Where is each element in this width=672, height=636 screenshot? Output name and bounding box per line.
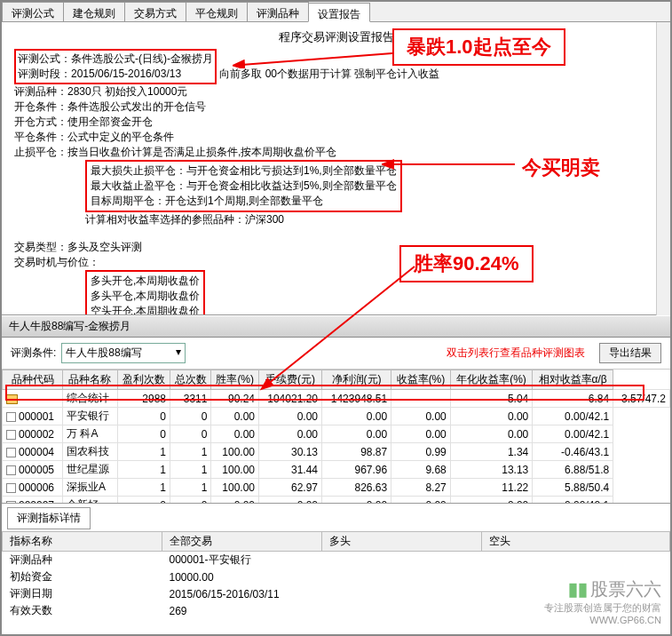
logo-icon: ▮▮ [568,578,588,600]
report-scrollbar[interactable] [656,22,670,315]
tab-report[interactable]: 设置报告 [308,3,370,22]
filter-select[interactable]: 牛人牛股88编写 ▾ [61,343,186,363]
tab-trade-type[interactable]: 交易方式 [124,2,186,21]
col-header[interactable]: 收益率(%) [391,370,451,390]
highlight-formula-range: 评测公式：条件选股公式-(日线)-金猴捞月 评测时段：2015/06/15-20… [14,49,217,84]
col-header[interactable]: 年化收益率(%) [450,370,533,390]
detail-row: 评测品种000001-平安银行 [3,552,670,569]
tab-open-rules[interactable]: 建仓规则 [63,2,125,21]
col-header[interactable]: 总次数 [170,370,210,390]
report-open-type: 开仓方式：使用全部资金开仓 [14,115,658,130]
report-panel: 程序交易评测设置报告 评测公式：条件选股公式-(日线)-金猴捞月 评测时段：20… [2,22,670,315]
col-header[interactable]: 品种名称 [63,370,118,390]
col-header[interactable]: 相对收益率α/β [533,370,613,390]
table-hint: 双击列表行查看品种评测图表 [447,346,585,361]
table-row[interactable]: ------综合统计2988331190.24104021.201423948.… [3,390,670,408]
table-row[interactable]: 000005世纪星源11100.0031.44967.969.6813.136.… [3,461,670,479]
table-row[interactable]: 000001平安银行000.000.000.000.000.000.00/42.… [3,408,670,425]
top-tabs: 评测公式 建仓规则 交易方式 平仓规则 评测品种 设置报告 [2,2,670,22]
report-stoploss: 止损平仓：按当日收盘价计算是否满足止损条件,按本周期收盘价平仓 [14,145,658,160]
tab-products[interactable]: 评测品种 [247,2,309,21]
col-header[interactable]: 盈利次数 [117,370,170,390]
filter-label: 评测条件: [11,346,56,361]
detail-tab[interactable]: 评测指标详情 [7,507,91,529]
table-row[interactable]: 000006深振业A11100.0062.97826.638.2711.225.… [3,479,670,497]
col-header[interactable]: 品种代码 [3,370,63,390]
watermark: ▮▮ 股票六六 专注股票创造属于您的财富 WWW.GP66.CN [544,577,661,625]
results-table[interactable]: 品种代码品种名称盈利次数总次数胜率(%)手续费(元)净利润(元)收益率(%)年化… [2,370,670,503]
highlight-timing: 多头开仓,本周期收盘价 多头平仓,本周期收盘价 空头开仓,本周期收盘价 空头平仓… [85,270,205,315]
highlight-stop-rules: 最大损失止损平仓：与开仓资金相比亏损达到1%,则全部数量平仓 最大收益止盈平仓：… [85,160,402,212]
folder-icon [6,394,18,404]
col-header[interactable]: 胜率(%) [211,370,259,390]
report-timing-label: 交易时机与价位： [14,255,658,270]
col-header[interactable]: 手续费(元) [259,370,322,390]
report-products: 评测品种：2830只 初始投入10000元 [14,84,658,99]
export-button[interactable]: 导出结果 [599,343,661,363]
report-close-cond: 平仓条件：公式中定义的平仓条件 [14,130,658,145]
tab-formula[interactable]: 评测公式 [2,2,64,21]
report-trade-type: 交易类型：多头及空头评测 [14,240,658,255]
row-checkbox[interactable] [6,483,16,493]
row-checkbox[interactable] [6,430,16,440]
tab-close-rules[interactable]: 平仓规则 [186,2,248,21]
col-header[interactable]: 净利润(元) [322,370,391,390]
row-checkbox[interactable] [6,448,16,457]
report-ref: 计算相对收益率选择的参照品种：沪深300 [85,212,658,227]
window-title-2: 牛人牛股88编写-金猴捞月 [2,315,670,338]
table-row[interactable]: 000004国农科技11100.0030.1398.870.991.34-0.4… [3,443,670,461]
report-title: 程序交易评测设置报告 [14,29,658,45]
filter-row: 评测条件: 牛人牛股88编写 ▾ 双击列表行查看品种评测图表 导出结果 [2,338,670,370]
chevron-down-icon: ▾ [176,346,181,358]
table-row[interactable]: 000007全新好000.000.000.000.000.000.00/42.1 [3,497,670,504]
row-checkbox[interactable] [6,412,16,422]
table-row[interactable]: 000002万 科A000.000.000.000.000.000.00/42.… [3,425,670,443]
row-checkbox[interactable] [6,465,16,475]
report-open-cond: 开仓条件：条件选股公式发出的开仓信号 [14,99,658,115]
results-table-wrap: 品种代码品种名称盈利次数总次数胜率(%)手续费(元)净利润(元)收益率(%)年化… [2,370,670,503]
row-checkbox[interactable] [6,501,16,503]
